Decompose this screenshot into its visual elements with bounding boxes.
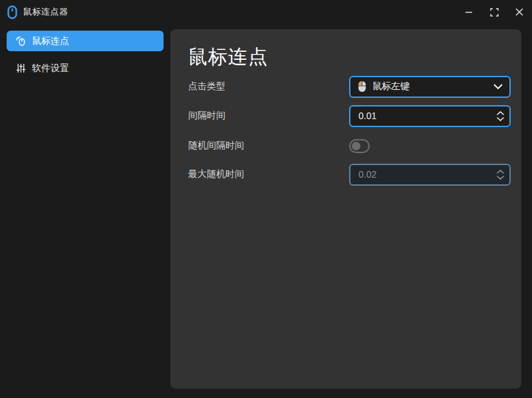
form-row-random-toggle: 随机间隔时间 [188, 134, 511, 157]
max-random-stepper [497, 170, 504, 180]
interval-stepper[interactable] [497, 111, 504, 121]
window-title: 鼠标连点器 [23, 6, 68, 18]
chevron-down-icon [493, 84, 503, 90]
form-row-max-random: 最大随机时间 [188, 163, 511, 186]
app-mouse-icon [7, 5, 17, 19]
interval-input[interactable] [350, 110, 497, 121]
close-button[interactable] [507, 0, 532, 24]
chevron-up-icon [497, 170, 504, 174]
interval-label: 间隔时间 [188, 110, 225, 122]
sidebar: 鼠标连点 软件设置 [0, 24, 170, 398]
sidebar-item-label: 鼠标连点 [32, 35, 69, 47]
sidebar-item-label: 软件设置 [32, 63, 69, 75]
max-random-input-box [349, 164, 511, 186]
page-title: 鼠标连点 [188, 44, 268, 71]
chevron-up-icon [497, 111, 504, 115]
titlebar: 鼠标连点器 [0, 0, 532, 24]
click-type-label: 点击类型 [188, 81, 225, 93]
maximize-icon [490, 8, 499, 17]
close-icon [515, 8, 523, 16]
sidebar-item-settings[interactable]: 软件设置 [7, 58, 164, 79]
window-controls [456, 0, 532, 24]
sliders-icon [16, 63, 26, 73]
sidebar-item-mouse-click[interactable]: 鼠标连点 [7, 31, 164, 51]
minimize-button[interactable] [456, 0, 481, 24]
interval-input-box [349, 105, 511, 127]
max-random-label: 最大随机时间 [188, 168, 244, 180]
max-random-input [350, 169, 497, 180]
form-row-click-type: 点击类型 鼠标左键 [188, 75, 511, 98]
chevron-down-icon [497, 117, 504, 121]
mouse-left-button-icon [358, 81, 366, 93]
maximize-button[interactable] [481, 0, 507, 24]
mouse-click-icon [16, 36, 26, 46]
random-interval-label: 随机间隔时间 [188, 140, 244, 152]
minimize-icon [465, 8, 473, 16]
random-interval-toggle[interactable] [349, 139, 370, 153]
click-type-value: 鼠标左键 [372, 81, 493, 93]
toggle-knob [352, 142, 360, 150]
click-type-select[interactable]: 鼠标左键 [349, 76, 511, 98]
main-panel: 鼠标连点 点击类型 鼠标左键 间隔时间 [170, 29, 521, 389]
form-row-interval: 间隔时间 [188, 104, 511, 127]
chevron-down-icon [497, 176, 504, 180]
